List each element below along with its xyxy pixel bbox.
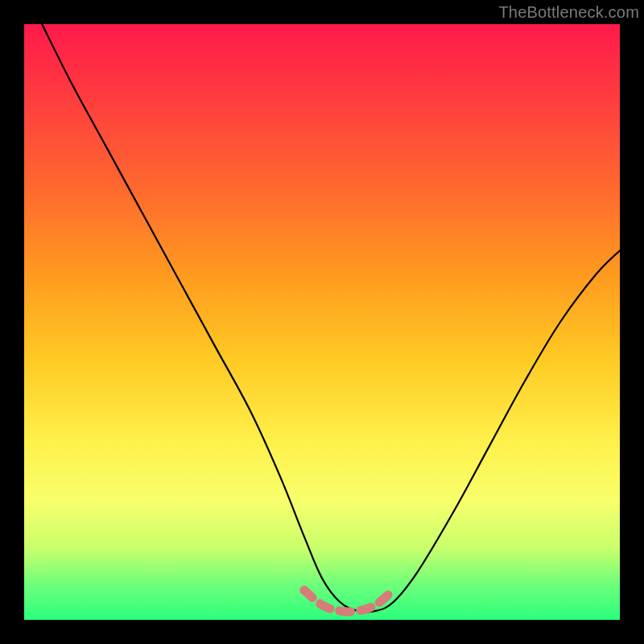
- bottleneck-curve: [42, 24, 620, 612]
- optimal-zone-marker: [304, 590, 394, 612]
- chart-frame: TheBottleneck.com: [0, 0, 644, 644]
- curve-layer: [24, 24, 620, 620]
- plot-area: [24, 24, 620, 620]
- watermark-text: TheBottleneck.com: [498, 3, 639, 22]
